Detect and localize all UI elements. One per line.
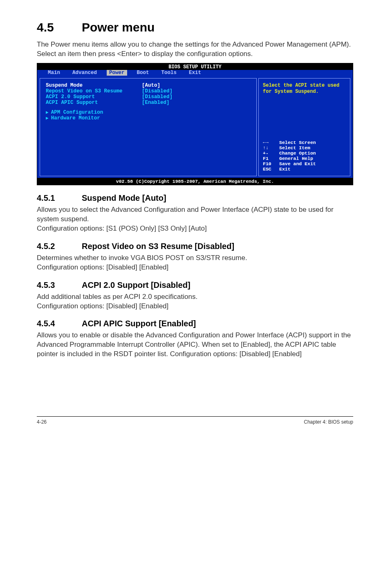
- bios-submenu-label: Hardware Monitor: [51, 115, 100, 121]
- section-body: Allows you to select the Advanced Config…: [37, 205, 353, 233]
- section-title: Suspend Mode [Auto]: [82, 193, 166, 203]
- section-number: 4.5.3: [37, 281, 82, 290]
- legend-action: Select Item: [279, 145, 310, 150]
- bios-item-label: ACPI APIC Support: [46, 100, 142, 105]
- triangle-right-icon: ▶: [46, 110, 49, 115]
- triangle-right-icon: ▶: [46, 116, 49, 121]
- bios-legend-row: ESCExit: [263, 166, 346, 172]
- bios-submenu-hardware-monitor[interactable]: ▶Hardware Monitor: [46, 115, 251, 121]
- section-body: Add additional tables as per ACPI 2.0 sp…: [37, 292, 353, 311]
- bios-item-value: [Enabled]: [142, 100, 170, 105]
- bios-item-label: Repost Video on S3 Resume: [46, 88, 142, 94]
- bios-right-pane: Select the ACPI state used for System Su…: [258, 78, 350, 176]
- section-4-5-1: 4.5.1 Suspend Mode [Auto] Allows you to …: [37, 193, 353, 233]
- legend-key: ESC: [263, 166, 279, 172]
- intro-paragraph: The Power menu items allow you to change…: [37, 40, 353, 59]
- section-4-5-4: 4.5.4 ACPI APIC Support [Enabled] Allows…: [37, 319, 353, 359]
- bios-item-value: [Auto]: [142, 83, 160, 88]
- bios-legend-row: F10Save and Exit: [263, 161, 346, 166]
- section-number: 4.5.4: [37, 319, 82, 328]
- bios-submenu-apm[interactable]: ▶APM Configuration: [46, 110, 251, 115]
- bios-tab-power[interactable]: Power: [107, 70, 127, 76]
- bios-tab-advanced[interactable]: Advanced: [70, 70, 99, 76]
- legend-action: Exit: [279, 166, 291, 172]
- section-heading: 4.5.3 ACPI 2.0 Support [Disabled]: [37, 281, 353, 290]
- bios-tab-boot[interactable]: Boot: [134, 70, 152, 76]
- bios-header: BIOS SETUP UTILITY: [37, 63, 353, 70]
- section-heading: 4.5.1 Suspend Mode [Auto]: [37, 193, 353, 203]
- bios-item-repost-video[interactable]: Repost Video on S3 Resume [Disabled]: [46, 88, 251, 94]
- legend-key: ↑↓: [263, 145, 279, 150]
- legend-action: Save and Exit: [279, 161, 316, 166]
- legend-action: Select Screen: [279, 140, 316, 145]
- bios-submenu-label: APM Configuration: [51, 110, 103, 115]
- heading-number: 4.5: [37, 20, 82, 34]
- section-heading: 4.5.2 Repost Video on S3 Resume [Disable…: [37, 242, 353, 251]
- bios-legend-row: +-Change Option: [263, 150, 346, 156]
- section-number: 4.5.2: [37, 242, 82, 251]
- section-title: Repost Video on S3 Resume [Disabled]: [82, 242, 234, 251]
- bios-tab-main[interactable]: Main: [45, 70, 63, 76]
- section-body: Determines whether to invoke VGA BIOS PO…: [37, 254, 353, 272]
- bios-tab-bar: Main Advanced Power Boot Tools Exit: [37, 70, 353, 76]
- legend-key: F10: [263, 161, 279, 166]
- bios-legend-row: F1General Help: [263, 156, 346, 161]
- bios-item-label: Suspend Mode: [46, 83, 142, 88]
- bios-item-acpi-2-0[interactable]: ACPI 2.0 Support [Disabled]: [46, 94, 251, 100]
- bios-item-value: [Disabled]: [142, 88, 173, 94]
- page-content: 4.5 Power menu The Power menu items allo…: [0, 0, 390, 437]
- bios-tab-exit[interactable]: Exit: [186, 70, 204, 76]
- section-body: Allows you to enable or disable the Adva…: [37, 331, 353, 359]
- section-number: 4.5.1: [37, 193, 82, 203]
- legend-key: +-: [263, 150, 279, 156]
- legend-action: Change Option: [279, 150, 316, 156]
- bios-body: Suspend Mode [Auto] Repost Video on S3 R…: [37, 76, 353, 178]
- bios-item-label: ACPI 2.0 Support: [46, 94, 142, 100]
- chapter-label: Chapter 4: BIOS setup: [304, 419, 353, 425]
- page-title-row: 4.5 Power menu: [37, 20, 353, 34]
- section-4-5-2: 4.5.2 Repost Video on S3 Resume [Disable…: [37, 242, 353, 272]
- section-4-5-3: 4.5.3 ACPI 2.0 Support [Disabled] Add ad…: [37, 281, 353, 311]
- bios-utility: BIOS SETUP UTILITY Main Advanced Power B…: [37, 63, 353, 185]
- legend-key: F1: [263, 156, 279, 161]
- bios-footer: v02.58 (C)Copyright 1985-2007, American …: [37, 178, 353, 185]
- heading-title: Power menu: [82, 20, 155, 34]
- page-number: 4-26: [37, 419, 47, 425]
- bios-legend-row: ←→Select Screen: [263, 140, 346, 145]
- bios-item-value: [Disabled]: [142, 94, 173, 100]
- legend-action: General Help: [279, 156, 313, 161]
- bios-legend-row: ↑↓Select Item: [263, 145, 346, 150]
- bios-tab-tools[interactable]: Tools: [159, 70, 179, 76]
- bios-help-text: Select the ACPI state used for System Su…: [263, 83, 346, 95]
- bios-item-suspend-mode[interactable]: Suspend Mode [Auto]: [46, 83, 251, 88]
- bios-left-pane: Suspend Mode [Auto] Repost Video on S3 R…: [40, 78, 257, 176]
- section-title: ACPI APIC Support [Enabled]: [82, 319, 196, 328]
- page-footer: 4-26 Chapter 4: BIOS setup: [37, 416, 353, 425]
- section-heading: 4.5.4 ACPI APIC Support [Enabled]: [37, 319, 353, 328]
- legend-key: ←→: [263, 140, 279, 145]
- bios-key-legend: ←→Select Screen ↑↓Select Item +-Change O…: [263, 140, 346, 172]
- section-title: ACPI 2.0 Support [Disabled]: [82, 281, 191, 290]
- bios-item-acpi-apic[interactable]: ACPI APIC Support [Enabled]: [46, 100, 251, 105]
